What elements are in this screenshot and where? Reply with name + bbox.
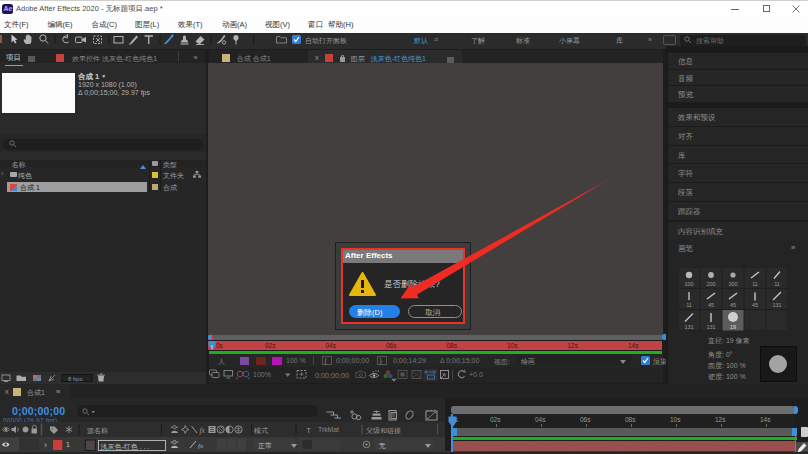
- svg-text:11: 11: [752, 280, 758, 286]
- svg-text:11: 11: [686, 302, 692, 308]
- svg-text:300: 300: [728, 280, 737, 286]
- svg-text:fx: fx: [198, 442, 204, 450]
- svg-text:›: ›: [44, 440, 47, 450]
- svg-text:19: 19: [730, 323, 736, 329]
- svg-text:fx: fx: [200, 426, 206, 435]
- svg-text:0;00;00;00: 0;00;00;00: [315, 371, 349, 380]
- svg-text:+0.0: +0.0: [469, 371, 483, 378]
- svg-text:45: 45: [730, 302, 736, 308]
- svg-text:45: 45: [752, 302, 758, 308]
- svg-text:100%: 100%: [253, 371, 271, 378]
- svg-text:T: T: [307, 427, 312, 434]
- svg-text:131: 131: [684, 323, 693, 329]
- svg-text:131: 131: [706, 323, 715, 329]
- svg-text:8 bpc: 8 bpc: [68, 376, 83, 382]
- svg-text:200: 200: [706, 280, 715, 286]
- svg-text:11: 11: [774, 280, 780, 286]
- svg-text:100: 100: [684, 280, 693, 286]
- svg-text:45: 45: [708, 302, 714, 308]
- svg-text:131: 131: [772, 302, 781, 308]
- svg-text:TrkMat: TrkMat: [318, 426, 339, 433]
